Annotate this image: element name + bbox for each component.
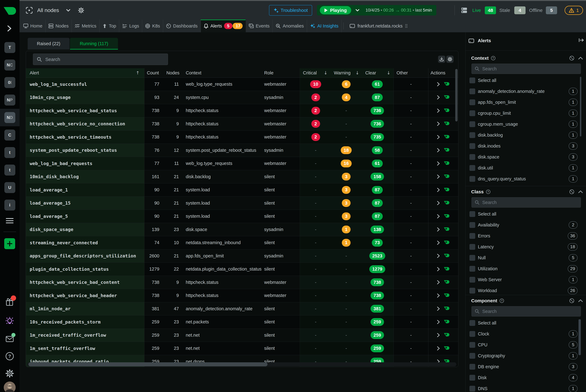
filter-checkbox[interactable] <box>470 255 475 261</box>
table-row[interactable]: 1m_sent_traffic_overflow 259 23 net.net … <box>26 342 458 355</box>
collapse-sidebar-button[interactable] <box>578 38 584 43</box>
cell-alert-name[interactable]: httpcheck_web_service_no_connection <box>26 118 144 130</box>
space-item[interactable]: ND <box>4 112 15 123</box>
expand-row-button[interactable] <box>437 240 440 245</box>
netdata-logo-button[interactable] <box>444 214 450 219</box>
cell-alert-name[interactable]: disk_space_usage <box>26 223 144 236</box>
netdata-logo-button[interactable] <box>444 135 450 140</box>
offline-count-badge[interactable]: 5 <box>546 6 557 14</box>
filter-item[interactable]: Select all <box>466 318 586 328</box>
tab-logs[interactable]: Logs <box>119 20 142 32</box>
ideas-button[interactable] <box>5 317 14 326</box>
expand-row-button[interactable] <box>437 122 440 126</box>
filter-checkbox[interactable] <box>470 211 475 217</box>
filter-checkbox[interactable] <box>470 244 475 250</box>
filter-item[interactable]: dns_query.query_status 1 <box>466 173 586 184</box>
filter-item[interactable]: Null 5 <box>466 252 586 263</box>
expand-row-button[interactable] <box>437 174 440 179</box>
filter-item[interactable]: disk.space 3 <box>466 152 586 162</box>
filter-search-input[interactable] <box>482 200 578 205</box>
download-button[interactable] <box>438 56 445 63</box>
scope-selector[interactable]: All nodes <box>26 1 84 20</box>
cell-alert-name[interactable]: 1m_sent_traffic_overflow <box>26 342 144 355</box>
cell-alert-name[interactable]: load_average_15 <box>26 197 144 210</box>
tab-raised[interactable]: Raised (22) <box>28 38 69 50</box>
clear-filter-icon[interactable] <box>569 189 575 194</box>
filter-item[interactable]: Web Server 1 <box>466 274 586 285</box>
context-list-scrollbar[interactable] <box>580 77 581 136</box>
filter-item[interactable]: CPU 5 <box>466 339 586 350</box>
tab-top[interactable]: Top <box>99 20 119 32</box>
cell-alert-name[interactable]: 1m_received_traffic_overflow <box>26 329 144 342</box>
filter-checkbox[interactable] <box>470 266 475 272</box>
netdata-logo-button[interactable] <box>444 254 450 258</box>
filter-checkbox[interactable] <box>470 364 475 370</box>
expand-row-button[interactable] <box>437 267 440 271</box>
tab-events[interactable]: Events <box>246 20 273 32</box>
cell-alert-name[interactable]: system_post_update_reboot_status <box>26 144 144 157</box>
cell-alert-name[interactable]: httpcheck_web_service_bad_content <box>26 276 144 289</box>
table-row[interactable]: httpcheck_web_service_bad_header 738 9 h… <box>26 289 458 302</box>
troubleshoot-button[interactable]: Troubleshoot <box>269 5 312 16</box>
space-item[interactable]: t <box>4 147 15 158</box>
feedback-button[interactable] <box>5 334 14 343</box>
column-header-count[interactable]: Count <box>144 68 162 78</box>
space-item[interactable]: NC <box>4 60 15 70</box>
netdata-logo-button[interactable] <box>444 188 450 192</box>
column-header-critical[interactable]: Critical↓ <box>300 68 331 78</box>
collapse-section-icon[interactable] <box>578 190 583 193</box>
filter-checkbox[interactable] <box>470 375 475 380</box>
expand-row-button[interactable] <box>437 214 440 218</box>
filter-item[interactable]: Select all <box>466 75 586 86</box>
netdata-logo-button[interactable] <box>444 161 450 166</box>
column-header-nodes[interactable]: Nodes <box>162 68 181 78</box>
spaces-menu-button[interactable] <box>6 217 14 224</box>
netdata-logo-button[interactable] <box>444 227 450 232</box>
help-icon[interactable]: ? <box>486 190 491 194</box>
cell-alert-name[interactable]: 10min_disk_backlog <box>26 170 144 183</box>
table-row[interactable]: httpcheck_web_service_no_connection 738 … <box>26 118 458 131</box>
filter-item[interactable]: disk.util 1 <box>466 162 586 173</box>
cell-alert-name[interactable]: web_log_1m_bad_requests <box>26 157 144 170</box>
gift-button[interactable] <box>5 297 14 306</box>
help-icon[interactable]: ? <box>500 298 504 303</box>
cell-alert-name[interactable]: plugin_data_collection_status <box>26 262 144 276</box>
filter-item[interactable]: Disk 4 <box>466 372 586 383</box>
filter-search-input[interactable] <box>482 309 578 314</box>
expand-row-button[interactable] <box>437 306 440 311</box>
table-settings-button[interactable] <box>446 56 454 63</box>
cell-alert-name[interactable]: load_average_5 <box>26 210 144 223</box>
table-row[interactable]: disk_space_usage 139 23 disk.space sysad… <box>26 223 458 236</box>
netdata-logo-button[interactable] <box>444 346 450 351</box>
filter-item[interactable]: anomaly_detection.anomaly_rate 1 <box>466 86 586 97</box>
column-header-warning[interactable]: Warning↓ <box>331 68 361 78</box>
cell-alert-name[interactable]: httpcheck_web_service_bad_header <box>26 289 144 302</box>
filter-checkbox[interactable] <box>470 320 475 326</box>
table-row[interactable]: plugin_data_collection_status 1279 22 ne… <box>26 262 458 276</box>
space-item[interactable]: t <box>4 164 15 176</box>
playing-button[interactable]: Playing <box>320 6 351 14</box>
filter-checkbox[interactable] <box>470 342 475 348</box>
netdata-logo-button[interactable] <box>444 174 450 179</box>
tab-metrics[interactable]: Metrics <box>72 20 99 32</box>
filter-item[interactable]: disk.inodes 3 <box>466 140 586 152</box>
filter-item[interactable]: Latency 18 <box>466 241 586 252</box>
stale-count-badge[interactable]: 4 <box>514 6 526 14</box>
cell-alert-name[interactable]: 10s_received_packets_storm <box>26 316 144 328</box>
filter-checkbox[interactable] <box>470 165 475 171</box>
netdata-logo-button[interactable] <box>444 320 450 324</box>
table-row[interactable]: 10min_disk_backlog 161 21 disk.backlog s… <box>26 170 458 184</box>
filter-checkbox[interactable] <box>470 222 475 228</box>
filter-checkbox[interactable] <box>470 100 475 105</box>
sidebar-expand-button[interactable] <box>7 25 13 32</box>
table-row[interactable]: streaming_never_connected 74 10 netdata.… <box>26 236 458 250</box>
expand-row-button[interactable] <box>437 227 440 232</box>
filter-checkbox[interactable] <box>470 78 475 83</box>
tab-running[interactable]: Running (117) <box>70 38 118 50</box>
column-header-other[interactable]: Other <box>394 68 428 78</box>
filter-checkbox[interactable] <box>470 176 475 182</box>
scrollbar-thumb[interactable] <box>28 362 267 366</box>
filter-item[interactable]: cgroup.cpu_limit 1 <box>466 108 586 119</box>
tab-dashboards[interactable]: Dashboards <box>163 20 201 32</box>
cell-alert-name[interactable]: ml_1min_node_ar <box>26 302 144 316</box>
